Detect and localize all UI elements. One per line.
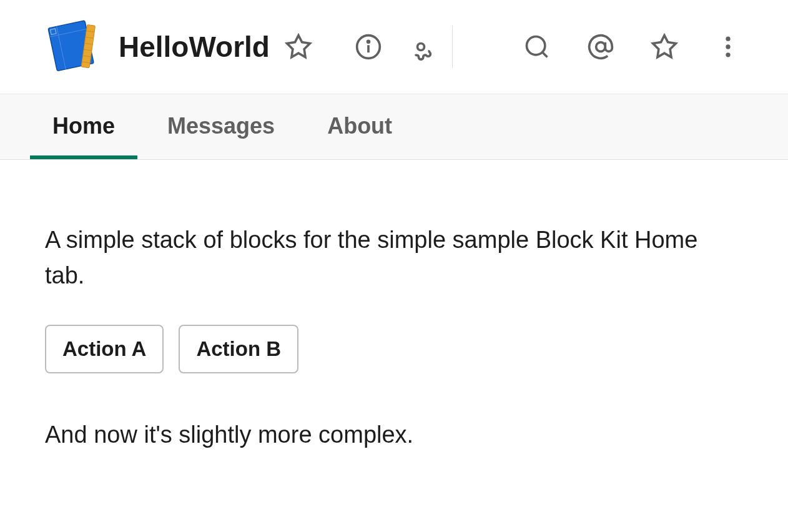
header-divider (452, 26, 453, 68)
svg-marker-21 (653, 36, 676, 57)
svg-point-23 (726, 44, 730, 49)
more-button[interactable] (712, 31, 744, 63)
svg-point-16 (367, 41, 369, 42)
action-a-button[interactable]: Action A (45, 325, 164, 373)
app-title: HelloWorld (119, 30, 270, 64)
svg-point-17 (417, 44, 424, 51)
more-vertical-icon (714, 33, 742, 61)
action-b-button[interactable]: Action B (179, 325, 298, 373)
tabs-bar: Home Messages About (0, 94, 788, 160)
info-button[interactable] (352, 31, 385, 63)
block-text-2: And now it's slightly more complex. (45, 417, 732, 453)
app-header: HelloWorld (0, 0, 788, 94)
search-button[interactable] (521, 31, 553, 63)
mentions-button[interactable] (584, 31, 617, 63)
block-text-1: A simple stack of blocks for the simple … (45, 222, 732, 293)
tab-messages[interactable]: Messages (145, 94, 297, 159)
tab-home[interactable]: Home (30, 94, 137, 159)
settings-button[interactable] (405, 31, 437, 63)
actions-block: Action A Action B (45, 325, 743, 373)
star-icon (651, 33, 678, 61)
info-icon (355, 33, 382, 61)
svg-point-22 (726, 37, 730, 41)
gear-icon (407, 33, 435, 61)
svg-point-24 (726, 52, 730, 57)
home-content: A simple stack of blocks for the simple … (0, 160, 788, 509)
at-icon (587, 33, 614, 61)
svg-marker-13 (287, 36, 310, 57)
svg-point-18 (527, 37, 545, 55)
app-icon (44, 19, 100, 75)
star-button[interactable] (282, 31, 315, 63)
svg-point-20 (596, 42, 606, 52)
search-icon (523, 33, 551, 61)
tab-about[interactable]: About (305, 94, 415, 159)
svg-line-19 (543, 52, 548, 57)
starred-button[interactable] (648, 31, 681, 63)
star-icon (285, 33, 312, 61)
